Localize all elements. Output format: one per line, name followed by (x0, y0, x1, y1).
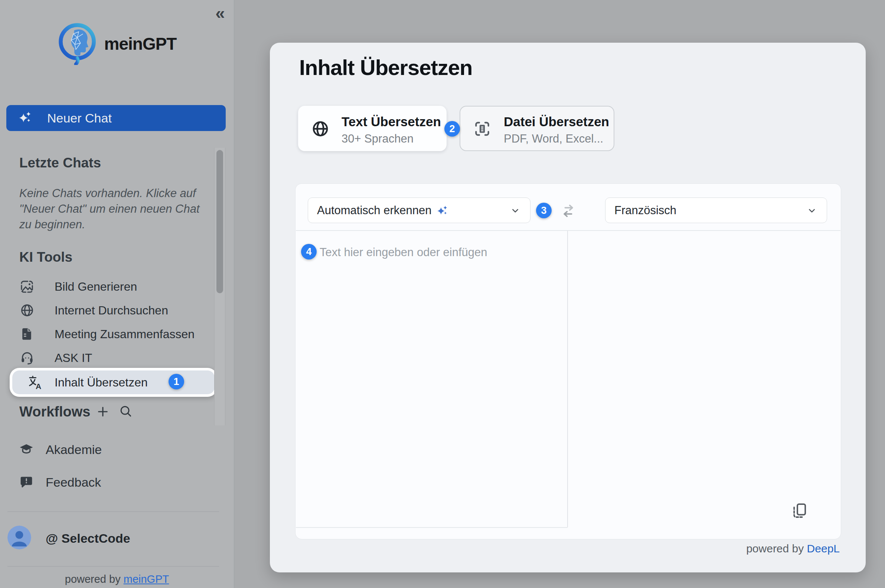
sidebar-item-feedback[interactable]: Feedback (0, 474, 234, 491)
sidebar-item-label: Meeting Zusammenfassen (55, 327, 195, 341)
sidebar-item-meeting-zusammenfassen[interactable]: Meeting Zusammenfassen (0, 322, 234, 346)
step-badge-4: 4 (301, 244, 316, 260)
tab-title: Datei Übersetzen (504, 114, 609, 129)
tab-title: Text Übersetzen (342, 114, 441, 129)
source-column-bottom-border (296, 527, 568, 528)
headset-icon (20, 350, 34, 365)
account-name: @ SelectCode (46, 531, 130, 546)
workflow-add-button[interactable] (95, 404, 110, 419)
tab-subtitle: PDF, Word, Excel... (504, 132, 603, 146)
deepl-link[interactable]: DeepL (807, 542, 840, 555)
sidebar-divider (8, 512, 219, 512)
swap-arrows-icon (560, 202, 577, 219)
sidebar-item-bild-generieren[interactable]: Bild Generieren (0, 275, 234, 298)
step-badge-1: 1 (168, 374, 184, 389)
collapse-chevrons-icon: « (215, 3, 225, 23)
globe-icon (311, 120, 330, 138)
sidebar-item-ask-it[interactable]: ASK IT (0, 346, 234, 370)
sidebar-item-akademie[interactable]: Akademie (0, 441, 234, 458)
sidebar-powered-by: powered by meinGPT (0, 573, 234, 585)
globe-icon (20, 303, 34, 318)
sidebar-item-label: Akademie (46, 442, 102, 457)
new-chat-button[interactable]: Neuer Chat (6, 105, 226, 131)
deepl-attribution: powered by DeepL (746, 542, 840, 555)
image-icon (20, 279, 34, 294)
copy-icon (791, 502, 808, 520)
avatar (8, 526, 31, 549)
sidebar-item-inhalt-uebersetzen[interactable]: A Inhalt Übersetzen (10, 368, 217, 397)
academy-cap-icon (19, 442, 33, 457)
search-icon (119, 404, 133, 418)
tab-subtitle: 30+ Sprachen (342, 132, 414, 146)
sidebar-scrollbar-thumb[interactable] (216, 150, 223, 293)
brand-logo: meinGPT (0, 21, 234, 67)
new-chat-label: Neuer Chat (47, 111, 112, 126)
source-text-input[interactable] (296, 231, 567, 527)
powered-by-prefix: powered by (65, 573, 124, 585)
recent-chats-heading: Letzte Chats (19, 155, 101, 171)
brand-name: meinGPT (104, 34, 177, 54)
sidebar-item-label: Inhalt Übersetzen (55, 376, 148, 389)
plus-icon (95, 404, 110, 419)
sidebar-item-label: Feedback (46, 475, 101, 490)
step-badge-2: 2 (444, 121, 460, 136)
sidebar-item-label: Bild Generieren (55, 280, 137, 294)
meingpt-logo-icon (57, 21, 99, 66)
sidebar-item-label: Internet Durchsuchen (55, 304, 168, 317)
sidebar-collapse-button[interactable]: « (210, 3, 230, 23)
svg-text:A: A (36, 382, 41, 390)
ki-tools-heading: KI Tools (19, 249, 72, 265)
target-language-dropdown[interactable]: Französisch (605, 198, 827, 223)
translate-icon: A (27, 374, 44, 390)
panel-column-divider (567, 231, 568, 527)
app-screen: « meinG (0, 0, 885, 588)
copy-result-button[interactable] (791, 502, 808, 520)
target-language-value: Französisch (614, 204, 676, 217)
sparkles-icon (18, 110, 32, 126)
sidebar-item-internet-durchsuchen[interactable]: Internet Durchsuchen (0, 298, 234, 322)
active-item-pill: A Inhalt Übersetzen (12, 370, 214, 394)
document-icon (20, 327, 34, 342)
workflows-section: Workflows (0, 403, 234, 420)
step-badge-3: 3 (536, 202, 552, 218)
sidebar-divider (8, 566, 219, 567)
powered-by-prefix: powered by (746, 542, 807, 555)
source-language-value: Automatisch erkennen (317, 204, 431, 217)
sidebar-scrollbar-track (214, 148, 225, 425)
chevron-down-icon (806, 204, 818, 216)
workflow-search-button[interactable] (119, 404, 134, 419)
workflows-heading: Workflows (19, 404, 90, 420)
chevron-down-icon (509, 204, 521, 216)
sparkles-icon (436, 204, 448, 216)
swap-languages-button[interactable] (560, 202, 577, 219)
sidebar-item-label: ASK IT (55, 351, 92, 365)
meingpt-link[interactable]: meinGPT (124, 573, 169, 585)
sidebar: « meinG (0, 0, 234, 588)
feedback-icon (19, 475, 33, 489)
account-row[interactable]: @ SelectCode (0, 524, 234, 552)
source-language-dropdown[interactable]: Automatisch erkennen (308, 198, 531, 223)
recent-chats-empty-message: Keine Chats vorhanden. Klicke auf "Neuer… (19, 186, 209, 232)
file-scan-icon (473, 120, 492, 138)
page-title: Inhalt Übersetzen (299, 55, 472, 80)
